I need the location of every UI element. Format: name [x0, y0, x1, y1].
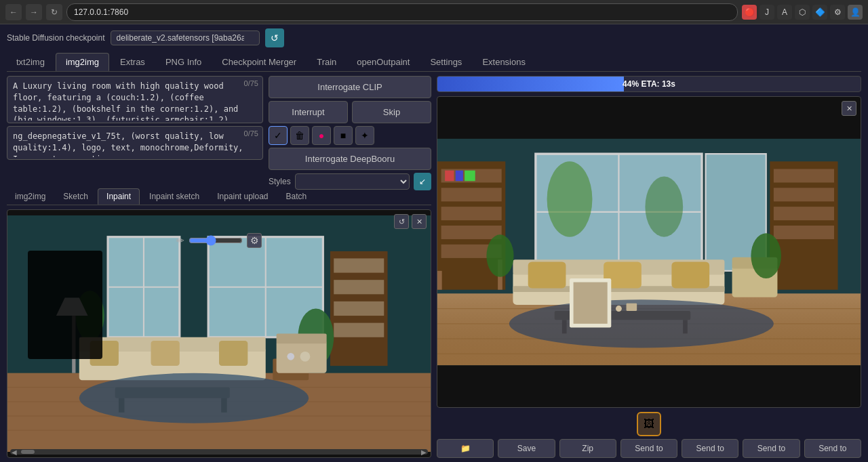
top-area: 0/75 A Luxury living room with high qual…: [7, 76, 431, 184]
back-button[interactable]: ←: [5, 4, 22, 20]
tab-extensions[interactable]: Extensions: [473, 53, 535, 71]
zip-button[interactable]: Zip: [559, 439, 616, 458]
sub-tab-img2img[interactable]: img2img: [7, 188, 54, 205]
style-icon-black[interactable]: ■: [334, 126, 353, 145]
save-button[interactable]: Save: [498, 439, 555, 458]
svg-rect-18: [334, 323, 384, 337]
tab-settings[interactable]: Settings: [420, 53, 471, 71]
svg-rect-55: [441, 226, 502, 239]
profile-button[interactable]: 👤: [848, 5, 863, 20]
svg-rect-53: [441, 188, 502, 201]
svg-rect-54: [441, 207, 502, 220]
svg-point-30: [79, 373, 309, 423]
style-icon-check[interactable]: ✓: [269, 126, 288, 145]
negative-token-count: 0/75: [244, 129, 258, 138]
extension-icon-1[interactable]: 🔴: [742, 5, 757, 20]
send-to-button-2[interactable]: Send to: [682, 439, 738, 458]
svg-point-76: [509, 299, 774, 348]
reload-button[interactable]: ↻: [46, 4, 62, 20]
negative-prompt-area: 0/75 ng_deepnegative_v1_75t, (worst qual…: [7, 126, 263, 160]
address-bar[interactable]: 127.0.0.1:7860: [66, 3, 738, 21]
svg-point-36: [287, 353, 294, 360]
skip-button[interactable]: Skip: [352, 101, 431, 123]
panel-top-controls: ↺ ✕: [394, 214, 427, 229]
style-icon-trash[interactable]: 🗑: [290, 126, 309, 145]
scroll-bar[interactable]: ◀ ▶: [10, 449, 428, 455]
svg-rect-70: [528, 261, 566, 288]
tab-extras[interactable]: Extras: [111, 53, 155, 71]
svg-rect-25: [151, 341, 180, 366]
tab-png-info[interactable]: PNG Info: [156, 53, 211, 71]
svg-rect-64: [774, 226, 834, 239]
extension-icon-6[interactable]: ⚙: [830, 5, 845, 20]
folder-button[interactable]: 📁: [437, 439, 494, 458]
sub-tabs: img2img Sketch Inpaint Inpaint sketch In…: [7, 188, 431, 205]
svg-point-81: [616, 306, 622, 312]
forward-button[interactable]: →: [26, 4, 42, 20]
extension-icon-2[interactable]: J: [760, 5, 774, 20]
send-buttons-row: 📁 Save Zip Send to Send to Send to Send …: [437, 439, 861, 458]
svg-rect-17: [334, 301, 384, 316]
positive-prompt-input[interactable]: A Luxury living room with high quality w…: [7, 77, 262, 121]
mask-overlay: [28, 251, 102, 359]
styles-label: Styles: [269, 177, 291, 186]
send-to-button-3[interactable]: Send to: [743, 439, 800, 458]
extension-icon-5[interactable]: 🔷: [812, 5, 827, 20]
send-to-button-1[interactable]: Send to: [620, 439, 677, 458]
extension-icon-4[interactable]: ⬡: [795, 5, 810, 20]
browser-actions: 🔴 J A ⬡ 🔷 ⚙ 👤: [742, 5, 863, 20]
output-image-svg: [437, 97, 861, 407]
positive-prompt-area: 0/75 A Luxury living room with high qual…: [7, 76, 263, 123]
extension-icon-3[interactable]: A: [777, 5, 792, 20]
browser-chrome: ← → ↻ 127.0.0.1:7860 🔴 J A ⬡ 🔷 ⚙ 👤: [0, 0, 868, 24]
interrupt-button[interactable]: Interrupt: [269, 101, 348, 123]
negative-prompt-input[interactable]: ng_deepnegative_v1_75t, (worst quality, …: [7, 127, 262, 157]
input-image-panel: ↺ ✕ ✏ ⚙ ◀ ▶: [7, 209, 431, 458]
output-image-icon-button[interactable]: 🖼: [637, 412, 661, 436]
svg-rect-26: [219, 341, 248, 366]
interrogate-clip-button[interactable]: Interrogate CLIP: [269, 76, 431, 98]
sub-tab-sketch[interactable]: Sketch: [55, 188, 96, 205]
svg-rect-59: [465, 171, 475, 182]
svg-rect-80: [574, 282, 608, 324]
tab-openoutpaint[interactable]: openOutpaint: [347, 53, 419, 71]
sub-tab-inpaint-upload[interactable]: Inpaint upload: [209, 188, 276, 205]
checkpoint-select[interactable]: deliberate_v2.safetensors [9aba26abdf]: [111, 30, 260, 45]
svg-point-50: [645, 177, 683, 237]
send-to-button-4[interactable]: Send to: [804, 439, 861, 458]
tab-txt2img[interactable]: txt2img: [7, 53, 54, 71]
scroll-left-arrow[interactable]: ◀: [10, 448, 18, 456]
checkpoint-row: Stable Diffusion checkpoint deliberate_v…: [7, 28, 861, 47]
close-input-button[interactable]: ✕: [412, 214, 427, 229]
svg-rect-86: [437, 271, 442, 290]
tab-checkpoint-merger[interactable]: Checkpoint Merger: [212, 53, 306, 71]
svg-rect-62: [774, 188, 834, 201]
brush-size-slider[interactable]: [189, 235, 243, 246]
sub-tab-inpaint[interactable]: Inpaint: [98, 188, 140, 205]
sub-tab-batch[interactable]: Batch: [278, 188, 315, 205]
svg-rect-58: [456, 171, 463, 182]
gen-buttons: Interrupt Skip: [269, 101, 431, 123]
reset-canvas-button[interactable]: ↺: [394, 214, 409, 229]
svg-rect-35: [277, 334, 327, 344]
interrogate-deepbooru-button[interactable]: Interrogate DeepBooru: [269, 148, 431, 170]
close-output-button[interactable]: ✕: [842, 101, 856, 116]
style-icon-red[interactable]: ●: [312, 126, 331, 145]
sub-tab-inpaint-sketch[interactable]: Inpaint sketch: [141, 188, 208, 205]
brush-icon: ✏: [176, 235, 184, 246]
checkpoint-label: Stable Diffusion checkpoint: [7, 33, 105, 43]
brush-settings-button[interactable]: ⚙: [247, 233, 262, 248]
svg-rect-16: [334, 280, 384, 294]
progress-label: 44% ETA: 13s: [623, 79, 675, 89]
svg-point-85: [751, 233, 781, 278]
main-content: 0/75 A Luxury living room with high qual…: [7, 76, 861, 458]
refresh-checkpoint-button[interactable]: ↺: [265, 28, 284, 47]
style-icons-row: ✓ 🗑 ● ■ ✦: [269, 126, 431, 145]
output-bottom: 🖼 📁 Save Zip Send to Send to Send to Sen…: [437, 412, 861, 458]
style-icon-star[interactable]: ✦: [355, 126, 374, 145]
tab-train[interactable]: Train: [307, 53, 346, 71]
styles-select[interactable]: [295, 173, 410, 190]
svg-rect-82: [627, 303, 637, 311]
tab-img2img[interactable]: img2img: [56, 53, 109, 71]
scroll-right-arrow[interactable]: ▶: [420, 448, 428, 456]
